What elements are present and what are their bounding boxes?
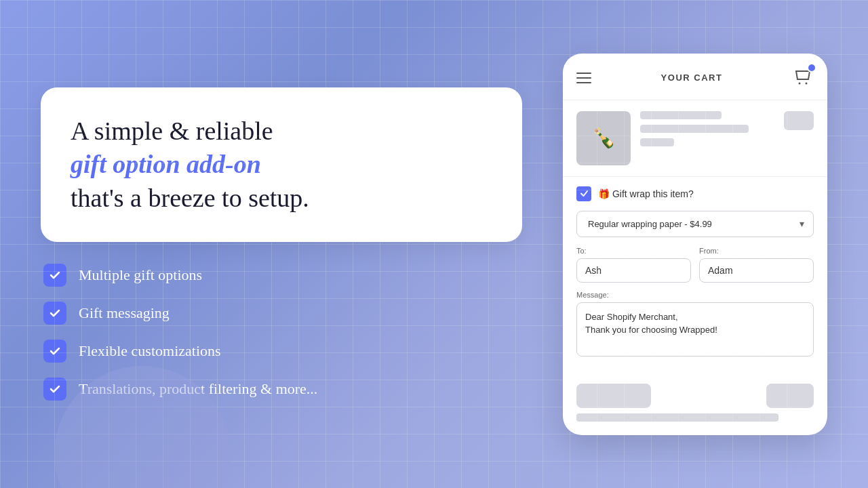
- hero-text: A simple & reliable gift option add-on t…: [71, 115, 492, 215]
- to-label: To:: [576, 247, 691, 255]
- list-item: Gift messaging: [43, 302, 522, 325]
- feature-label-2: Gift messaging: [79, 304, 170, 322]
- svg-point-1: [806, 82, 808, 84]
- product-section: 🍾: [563, 100, 827, 177]
- cart-button[interactable]: [792, 66, 814, 90]
- wrapping-dropdown[interactable]: Regular wrapping paper - $4.99 Premium w…: [576, 211, 814, 237]
- list-item: Flexible customizations: [43, 340, 522, 363]
- skeleton-button-left: [576, 384, 651, 408]
- list-item: Multiple gift options: [43, 264, 522, 287]
- menu-line: [576, 73, 591, 74]
- bottle-icon: 🍾: [592, 127, 616, 149]
- to-input[interactable]: [576, 258, 691, 283]
- to-field-group: To:: [576, 247, 691, 283]
- left-panel: A simple & reliable gift option add-on t…: [41, 87, 522, 401]
- hero-line2: that's a breeze to setup.: [71, 184, 309, 212]
- product-image: 🍾: [576, 111, 631, 165]
- skeleton-bar: [576, 413, 778, 422]
- check-icon-3: [43, 340, 66, 363]
- menu-line: [576, 82, 591, 83]
- bottom-buttons-row: [576, 384, 814, 408]
- product-details: [640, 111, 774, 146]
- check-icon-4: [43, 378, 66, 401]
- product-row: 🍾: [576, 111, 814, 165]
- gift-section: 🎁 Gift wrap this item? Regular wrapping …: [563, 177, 827, 377]
- cart-title: YOUR CART: [661, 73, 723, 83]
- product-desc-skeleton: [640, 125, 749, 133]
- right-panel: YOUR CART 🍾: [563, 54, 827, 435]
- feature-label-3: Flexible customizations: [79, 342, 221, 360]
- bottom-section: [563, 377, 827, 422]
- product-variant-skeleton: [640, 138, 674, 146]
- from-field-group: From:: [699, 247, 814, 283]
- product-price-skeleton: [784, 111, 814, 130]
- wrapping-dropdown-wrapper: Regular wrapping paper - $4.99 Premium w…: [576, 211, 814, 237]
- from-label: From:: [699, 247, 814, 255]
- hero-card: A simple & reliable gift option add-on t…: [41, 87, 522, 242]
- svg-point-0: [799, 82, 801, 84]
- skeleton-button-right: [766, 384, 814, 408]
- menu-line: [576, 77, 591, 79]
- feature-label-4: Translations, product filtering & more..…: [79, 380, 317, 398]
- message-group: Message: Dear Shopify Merchant, Thank yo…: [576, 291, 814, 359]
- feature-label-1: Multiple gift options: [79, 266, 202, 284]
- product-name-skeleton: [640, 111, 722, 119]
- hero-highlight: gift option add-on: [71, 150, 261, 178]
- hero-line1: A simple & reliable: [71, 117, 273, 145]
- gift-wrap-checkbox[interactable]: 🎁 Gift wrap this item?: [576, 186, 814, 201]
- main-layout: A simple & reliable gift option add-on t…: [0, 0, 868, 488]
- check-icon-1: [43, 264, 66, 287]
- cart-badge: [807, 63, 816, 73]
- features-list: Multiple gift options Gift messaging Fle…: [41, 264, 522, 401]
- check-icon-2: [43, 302, 66, 325]
- from-input[interactable]: [699, 258, 814, 283]
- menu-button[interactable]: [576, 73, 591, 83]
- list-item: Translations, product filtering & more..…: [43, 378, 522, 401]
- message-label: Message:: [576, 291, 814, 299]
- phone-mockup: YOUR CART 🍾: [563, 54, 827, 435]
- message-textarea[interactable]: Dear Shopify Merchant, Thank you for cho…: [576, 302, 814, 357]
- to-from-row: To: From:: [576, 247, 814, 283]
- checkbox-checked: [576, 186, 591, 201]
- phone-header: YOUR CART: [563, 54, 827, 100]
- gift-wrap-label: 🎁 Gift wrap this item?: [598, 188, 694, 199]
